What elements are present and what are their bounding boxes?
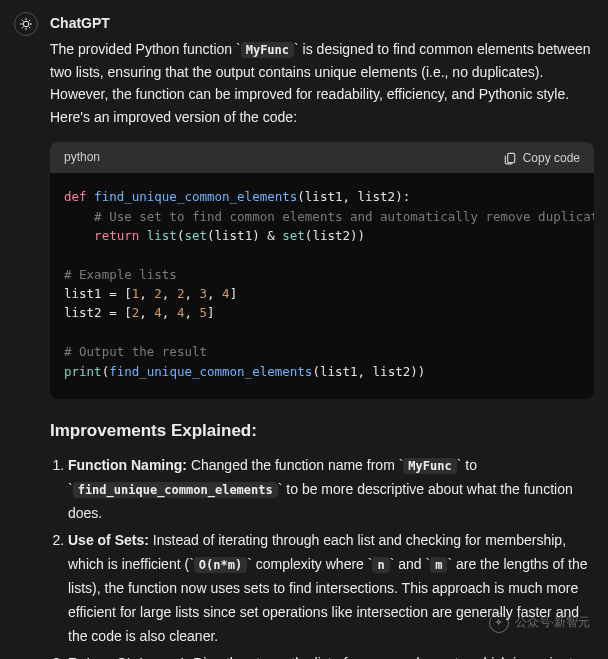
code-lang-label: python xyxy=(64,148,100,167)
clipboard-icon xyxy=(503,151,517,165)
code-body: def find_unique_common_elements(list1, l… xyxy=(50,173,594,399)
code-block: python Copy code def find_unique_common_… xyxy=(50,142,594,399)
inline-code: MyFunc xyxy=(241,42,294,58)
inline-code: m xyxy=(430,557,447,573)
list-item: Return Statement: Directly returns the l… xyxy=(68,652,594,659)
assistant-message: ChatGPT The provided Python function `My… xyxy=(0,0,608,659)
author-name: ChatGPT xyxy=(50,12,594,34)
improvements-list: Function Naming: Changed the function na… xyxy=(50,454,594,659)
list-item: Function Naming: Changed the function na… xyxy=(68,454,594,525)
message-content: ChatGPT The provided Python function `My… xyxy=(50,12,594,659)
svg-point-0 xyxy=(23,21,28,26)
inline-code: n xyxy=(372,557,389,573)
list-item: Use of Sets: Instead of iterating throug… xyxy=(68,529,594,648)
assistant-avatar xyxy=(14,12,38,36)
improvements-heading: Improvements Explained: xyxy=(50,417,594,444)
copy-code-button[interactable]: Copy code xyxy=(503,151,580,165)
openai-icon xyxy=(18,16,34,32)
inline-code: find_unique_common_elements xyxy=(73,482,278,498)
copy-code-label: Copy code xyxy=(523,151,580,165)
inline-code: MyFunc xyxy=(403,458,456,474)
svg-rect-1 xyxy=(507,153,514,162)
code-header: python Copy code xyxy=(50,142,594,173)
inline-code: O(n*m) xyxy=(194,557,247,573)
intro-paragraph: The provided Python function `MyFunc` is… xyxy=(50,38,594,128)
